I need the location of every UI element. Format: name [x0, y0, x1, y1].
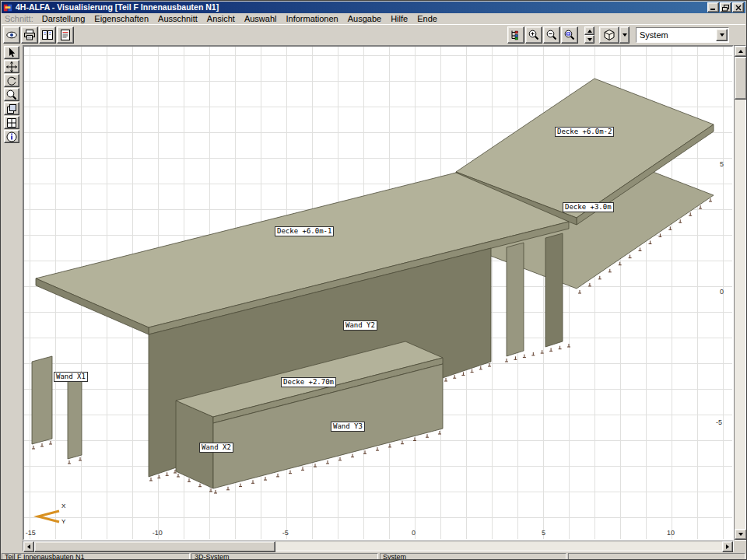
view-spinner — [584, 26, 594, 44]
building-group — [32, 79, 714, 488]
scroll-down-button[interactable] — [735, 529, 747, 540]
canvas-frame: X Y Decke +6.0m-2Decke +3.0mDecke +6.0m-… — [23, 45, 734, 541]
spin-up-button[interactable] — [584, 26, 594, 35]
pier-wall-2[interactable] — [545, 233, 563, 347]
zoom-out-icon — [545, 29, 558, 41]
window-title: 4H-ALFA - Visualisierung [Teil F Innenau… — [16, 2, 219, 13]
tool-bar: System — [2, 24, 745, 45]
axonometry-icon — [603, 29, 615, 41]
menu-item-ende[interactable]: Ende — [412, 14, 442, 23]
pointer-icon — [5, 47, 18, 59]
zoom-window-icon-button[interactable] — [561, 26, 578, 44]
bottom-ruler-number: 5 — [542, 529, 545, 537]
horizontal-scrollbar[interactable] — [23, 541, 734, 551]
spin-down-button[interactable] — [584, 35, 594, 44]
vertical-scroll-thumb[interactable] — [735, 57, 747, 100]
right-ruler-number: 5 — [720, 160, 724, 168]
axis-indicator-arrow — [38, 511, 59, 522]
printer-icon — [23, 29, 36, 41]
scene-svg — [24, 47, 732, 539]
eye-icon-button[interactable] — [3, 26, 20, 44]
info-icon-button[interactable] — [4, 130, 19, 143]
dropdown-arrow-icon — [622, 33, 627, 37]
structure-icon — [510, 29, 522, 41]
scroll-right-button[interactable] — [722, 541, 733, 552]
structure-icon-button[interactable] — [507, 26, 524, 44]
side-tool-bar — [2, 45, 23, 541]
model-label: Wand X2 — [199, 443, 233, 453]
status-field-view: System — [380, 553, 566, 560]
status-field-mode: 3D-System — [191, 553, 378, 560]
wall-x1-face-1[interactable] — [32, 356, 52, 444]
app-icon — [3, 3, 12, 12]
bottom-ruler-number: -10 — [153, 529, 163, 537]
info-icon — [5, 131, 18, 143]
menu-item-darstellung[interactable]: Darstellung — [37, 14, 90, 23]
axonometry-view-button[interactable] — [599, 26, 619, 44]
restore-button[interactable] — [720, 2, 731, 12]
wall-x1-face-2[interactable] — [68, 372, 82, 459]
grid-icon-button[interactable] — [4, 116, 19, 129]
minimize-button[interactable] — [707, 2, 719, 12]
pan-icon-button[interactable] — [4, 60, 19, 73]
view-dropdown-button[interactable] — [619, 26, 630, 44]
status-field-project: Teil F Innenausbauten N1 — [2, 553, 190, 560]
layers-icon-button[interactable] — [4, 102, 19, 115]
system-combobox[interactable]: System — [636, 27, 729, 43]
pier-wall-1[interactable] — [507, 243, 524, 356]
scrollbar-corner — [734, 541, 746, 551]
system-combobox-arrow[interactable] — [716, 29, 728, 41]
scroll-left-button[interactable] — [23, 541, 34, 552]
toolbar-left-group — [3, 26, 74, 44]
book-icon — [41, 29, 54, 41]
scroll-up-button[interactable] — [735, 46, 747, 57]
left-arrow-icon — [27, 544, 30, 549]
menu-item-eigenschaften[interactable]: Eigenschaften — [89, 14, 153, 23]
dropdown-arrow-icon — [720, 33, 724, 37]
vertical-scrollbar[interactable] — [734, 45, 746, 541]
menu-item-ausschnitt[interactable]: Ausschnitt — [153, 14, 202, 23]
menu-item-hilfe[interactable]: Hilfe — [386, 14, 412, 23]
close-button[interactable] — [732, 2, 744, 12]
pan-icon — [5, 61, 18, 73]
model-label: Wand X1 — [54, 372, 88, 382]
pointer-icon-button[interactable] — [4, 46, 19, 59]
report-icon — [59, 29, 72, 41]
axis-x-label: X — [61, 502, 65, 509]
bottom-left-filler — [2, 541, 23, 551]
minimize-icon — [709, 4, 717, 11]
bottom-ruler-number: 10 — [667, 529, 675, 537]
horizontal-scroll-thumb[interactable] — [34, 541, 275, 552]
menu-item-schnitt-disabled: Schnitt: — [2, 14, 37, 23]
toolbar-right-group: System — [507, 26, 729, 44]
menu-item-ausgabe[interactable]: Ausgabe — [343, 14, 386, 23]
zoom-window-icon — [563, 29, 576, 41]
rotate-icon-button[interactable] — [4, 74, 19, 87]
menu-item-ansicht[interactable]: Ansicht — [202, 14, 240, 23]
zoom-icon-button[interactable] — [4, 88, 19, 101]
down-arrow-icon — [738, 533, 743, 536]
book-icon-button[interactable] — [39, 26, 56, 44]
right-ruler-number: -5 — [716, 418, 722, 426]
up-arrow-icon — [738, 50, 743, 53]
model-label: Wand Y3 — [331, 422, 365, 432]
eye-icon — [5, 29, 18, 41]
bottom-ruler-number: -5 — [282, 529, 289, 537]
menu-item-informationen[interactable]: Informationen — [281, 14, 342, 23]
model-label: Decke +6.0m-2 — [555, 127, 614, 137]
model-label: Wand Y2 — [343, 320, 377, 331]
drawing-canvas[interactable]: X Y Decke +6.0m-2Decke +3.0mDecke +6.0m-… — [24, 47, 732, 539]
model-label: Decke +6.0m-1 — [275, 226, 334, 236]
close-icon — [735, 4, 742, 12]
toolbar-right-icons — [507, 26, 578, 44]
right-ruler-number: 0 — [720, 288, 724, 296]
menu-item-auswahl[interactable]: Auswahl — [240, 14, 282, 23]
zoom-out-icon-button[interactable] — [543, 26, 560, 44]
bottom-ruler-number: 0 — [412, 529, 416, 537]
zoom-in-icon-button[interactable] — [525, 26, 542, 44]
layers-icon — [5, 103, 18, 115]
rotate-icon — [5, 75, 18, 87]
report-icon-button[interactable] — [57, 26, 74, 44]
up-arrow-icon — [587, 30, 592, 33]
printer-icon-button[interactable] — [21, 26, 38, 44]
